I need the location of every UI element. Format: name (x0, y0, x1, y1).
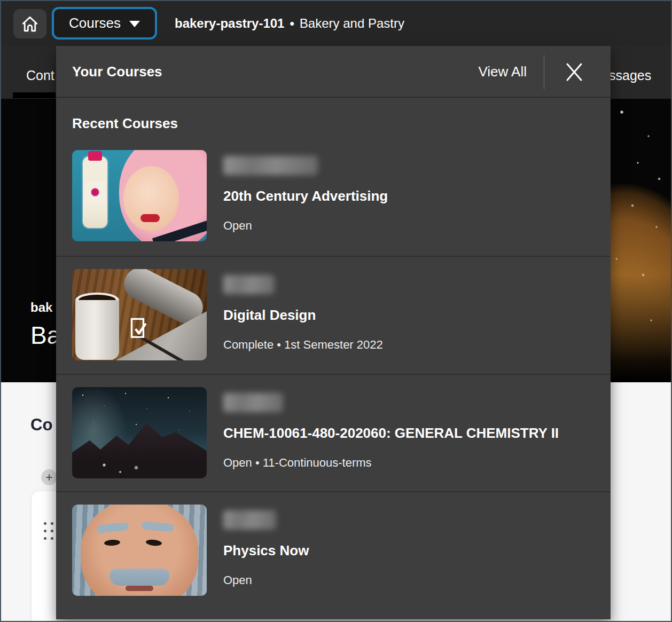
course-title: 20th Century Advertising (223, 187, 388, 205)
course-info: CHEM-10061-480-202060: GENERAL CHEMISTRY… (223, 393, 559, 470)
view-all-link[interactable]: View All (478, 46, 527, 98)
bullet-separator: • (290, 16, 294, 31)
course-status: Complete • 1st Semester 2022 (223, 338, 383, 352)
course-id-text: bakery-pastry-101 (175, 16, 284, 31)
screenshot-root: Courses bakery-pastry-101 • Bakery and P… (0, 0, 672, 622)
header-vertical-divider (544, 55, 544, 89)
redacted-course-id (223, 275, 275, 294)
add-content-button[interactable]: + (41, 469, 57, 485)
course-info: Digital Design Complete • 1st Semester 2… (223, 275, 383, 352)
course-title: Digital Design (223, 306, 383, 324)
redacted-course-id (223, 510, 276, 530)
redacted-course-id (223, 156, 318, 175)
course-row-physics-now[interactable]: Physics Now Open (56, 491, 611, 619)
caret-down-icon (129, 21, 140, 27)
document-check-icon (130, 317, 148, 341)
drag-handle-icon[interactable] (44, 522, 56, 540)
course-row-general-chemistry[interactable]: CHEM-10061-480-202060: GENERAL CHEMISTRY… (56, 374, 611, 491)
courses-menu-label: Courses (69, 15, 121, 32)
course-thumbnail-retro-advertising (72, 150, 207, 241)
redacted-course-id (223, 393, 283, 412)
course-status: Open • 11-Continuous-terms (223, 456, 559, 470)
active-tab-underline (13, 92, 56, 98)
hero-course-id-partial: bak (30, 300, 52, 315)
courses-menu-button[interactable]: Courses (52, 7, 157, 40)
home-icon (20, 14, 40, 34)
course-status: Open (223, 219, 388, 233)
course-thumbnail-einstein-figurine (72, 505, 207, 596)
close-icon (563, 61, 585, 83)
panel-header: Your Courses View All (56, 46, 611, 98)
close-panel-button[interactable] (561, 60, 587, 84)
panel-title: Your Courses (72, 46, 162, 98)
content-heading-partial: Co (30, 415, 52, 435)
course-row-advertising[interactable]: 20th Century Advertising Open (56, 138, 611, 256)
course-row-digital-design[interactable]: Digital Design Complete • 1st Semester 2… (56, 256, 611, 374)
recent-courses-heading: Recent Courses (72, 115, 178, 132)
tab-messages-partial[interactable]: ssages (609, 68, 651, 83)
course-status: Open (223, 573, 309, 587)
course-thumbnail-coffee-notebook (72, 269, 207, 360)
tab-content-partial[interactable]: Cont (26, 68, 54, 83)
courses-dropdown-panel: Your Courses View All Recent Courses 20t… (56, 46, 611, 619)
course-thumbnail-night-mountain (72, 387, 207, 478)
course-name-text: Bakery and Pastry (300, 16, 404, 31)
course-title: Physics Now (223, 541, 309, 560)
course-title: CHEM-10061-480-202060: GENERAL CHEMISTRY… (223, 424, 559, 442)
top-navigation-bar: Courses bakery-pastry-101 • Bakery and P… (1, 1, 671, 46)
plus-icon: + (45, 470, 52, 484)
current-course-title: bakery-pastry-101 • Bakery and Pastry (175, 1, 404, 46)
course-info: 20th Century Advertising Open (223, 156, 388, 233)
home-button[interactable] (13, 9, 46, 38)
content-item-card (32, 491, 57, 621)
course-info: Physics Now Open (223, 510, 309, 587)
